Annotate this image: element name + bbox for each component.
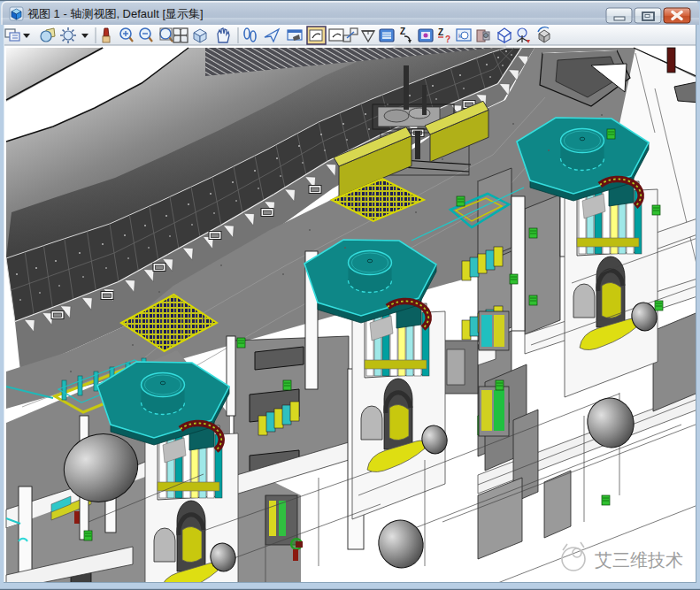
svg-text:视图 1 - 轴测视图, Default [显示集]: 视图 1 - 轴测视图, Default [显示集] xyxy=(27,7,204,20)
svg-text:?: ? xyxy=(445,34,450,44)
svg-text:艾三维技术: 艾三维技术 xyxy=(595,550,683,570)
svg-text:k: k xyxy=(458,33,462,39)
svg-text:Z: Z xyxy=(400,27,405,36)
svg-text:Z: Z xyxy=(438,27,443,37)
